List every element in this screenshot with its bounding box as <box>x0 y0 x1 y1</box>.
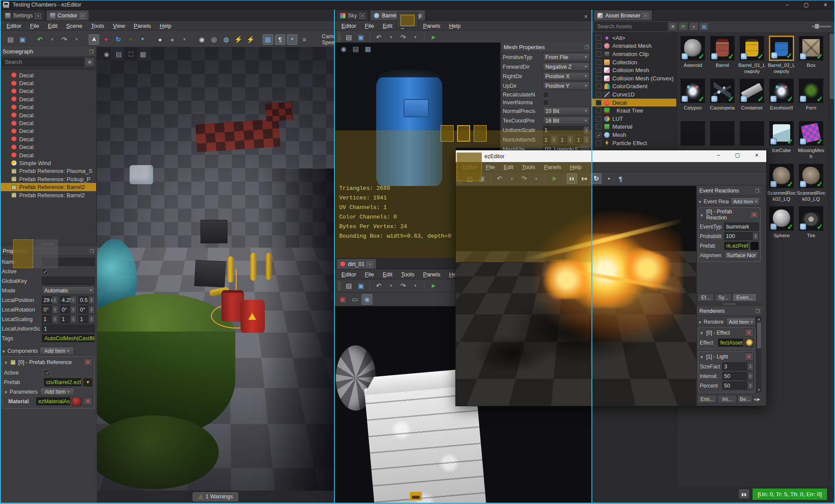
remove-light-button[interactable] <box>744 352 754 361</box>
pause-icon[interactable] <box>209 34 219 45</box>
menu-item[interactable]: Editor <box>337 22 360 30</box>
asset-tile[interactable]: Asteroid <box>678 35 708 77</box>
gizmo-dropdown-icon[interactable] <box>179 34 190 45</box>
undo-icon[interactable] <box>35 34 45 45</box>
asset-tile[interactable]: Barrel_02_Lowpoly <box>767 35 796 77</box>
visualizers-toggle-icon[interactable] <box>275 34 285 45</box>
scrollbar-thumb[interactable] <box>757 322 761 348</box>
asset-type-row[interactable]: Kraut Tree <box>592 106 676 115</box>
film-icon[interactable] <box>351 44 361 54</box>
scenegraph-node[interactable]: Decal <box>0 95 96 103</box>
rotate-tool-icon[interactable] <box>113 34 124 45</box>
menu-item[interactable]: Scene <box>62 22 86 30</box>
forwarddir-dropdown[interactable]: Negative Z <box>543 63 590 71</box>
scenegraph-node[interactable]: Prefab Reference: Pickup_P <box>0 175 96 183</box>
menu-item[interactable]: Edit <box>379 22 396 30</box>
tab-close-icon[interactable] <box>367 261 372 267</box>
restart-playback-icon[interactable] <box>579 173 589 184</box>
scenegraph-node[interactable]: Decal <box>0 119 96 127</box>
world-space-icon[interactable] <box>155 34 165 45</box>
pivot-icon[interactable] <box>167 34 177 45</box>
prefab-asset-input[interactable]: cts/Barrel2.ezPrefab <box>44 378 81 386</box>
menu-item[interactable]: Edit <box>500 163 517 171</box>
camera-icon[interactable] <box>338 44 349 54</box>
toolbar-grip[interactable] <box>337 281 341 290</box>
rightdir-dropdown[interactable]: Positive X <box>543 72 590 80</box>
event-reactions-header[interactable]: Event Reactions <box>697 186 762 196</box>
dock-splitter-highlight[interactable] <box>334 10 335 503</box>
add-renderer-button[interactable]: Add Item <box>726 318 755 326</box>
reaction-prefab-picker[interactable] <box>750 242 759 250</box>
globalkey-input[interactable] <box>42 277 95 285</box>
menu-item[interactable]: Edit <box>44 22 61 30</box>
mode-dropdown[interactable]: Automatic <box>42 286 95 295</box>
document-tab[interactable]: Settings <box>1 10 45 20</box>
position-x-stepper[interactable]: 29 m▲▼ <box>42 296 58 304</box>
redo-dropdown-icon[interactable] <box>410 32 421 43</box>
recalculatenormals-checkbox[interactable] <box>543 92 549 98</box>
texcoordprecision-dropdown[interactable]: 16 Bit <box>543 116 590 125</box>
app-titlebar[interactable]: Testing Chambers - ezEditor <box>0 0 835 10</box>
asset-type-row[interactable]: Particle Effect <box>592 139 676 147</box>
rotation-z-stepper[interactable]: 0°▲▼ <box>78 305 95 314</box>
tab-effect[interactable]: Ef... <box>698 293 714 302</box>
asset-tile[interactable]: Sphere <box>767 205 796 248</box>
menu-item[interactable]: Panels <box>419 22 444 30</box>
menu-item[interactable]: File <box>26 22 43 30</box>
fullscreen-icon[interactable] <box>126 49 136 60</box>
type-filter-checkbox[interactable] <box>596 60 601 65</box>
type-filter-checkbox[interactable] <box>596 67 601 73</box>
asset-type-row[interactable]: Animation Clip <box>592 50 676 58</box>
type-filter-checkbox[interactable] <box>596 108 601 113</box>
camera-icon[interactable] <box>101 49 112 60</box>
viewport-grid-icon[interactable] <box>363 44 373 54</box>
asset-tile[interactable]: Container <box>737 77 767 120</box>
scaling-x-stepper[interactable]: 1▲▼ <box>42 315 58 323</box>
reaction-prefab-input[interactable]: rk.ezPrefab <box>724 242 748 250</box>
menu-item[interactable]: Editor <box>3 22 25 30</box>
undo-dropdown-icon[interactable] <box>386 281 396 291</box>
asset-type-row[interactable]: Material <box>592 123 676 131</box>
float-panel-icon[interactable] <box>755 308 760 314</box>
redo-icon[interactable] <box>59 34 70 45</box>
panel-splitter[interactable] <box>697 302 762 306</box>
asset-type-row[interactable]: Decal <box>592 99 676 107</box>
particle-preview-viewport[interactable] <box>456 186 696 406</box>
redo-icon[interactable] <box>398 32 408 43</box>
save-all-icon[interactable] <box>17 34 28 45</box>
minimize-button[interactable] <box>709 150 728 160</box>
type-filter-checkbox[interactable] <box>596 124 601 129</box>
percentage-stepper[interactable]: 50▲▼ <box>722 381 754 390</box>
tab-scroll-left-icon[interactable]: ◀ <box>753 397 756 401</box>
undo-dropdown-icon[interactable] <box>386 32 396 43</box>
float-panel-icon[interactable] <box>584 44 589 50</box>
grid-toggle-icon[interactable] <box>263 34 273 45</box>
shape-icons-toggle-icon[interactable] <box>287 34 297 45</box>
menu-item[interactable]: View <box>109 22 129 30</box>
add-event-reaction-button[interactable]: Add Item <box>731 197 760 206</box>
thumbnail-size-slider[interactable] <box>812 26 832 27</box>
asset-filter-icon[interactable]: ● <box>689 22 698 31</box>
document-tab-dirt01[interactable]: dirt_01 <box>336 259 377 269</box>
components-caret-icon[interactable] <box>2 348 6 354</box>
uniform-scaling-input[interactable]: 1 <box>42 325 95 333</box>
type-filter-checkbox[interactable] <box>596 116 601 122</box>
active-checkbox[interactable] <box>42 269 48 275</box>
scenegraph-node[interactable]: Decal <box>0 71 96 79</box>
menu-item[interactable]: Tools <box>518 163 539 171</box>
remove-effect-button[interactable] <box>744 328 754 337</box>
thumbnail-size-slider-handle[interactable] <box>815 24 819 29</box>
warnings-button[interactable]: 1 Warnings <box>193 492 239 501</box>
maximize-button[interactable] <box>728 150 747 160</box>
scenegraph-search-input[interactable] <box>2 58 84 66</box>
asset-tile[interactable]: Fern <box>796 77 826 120</box>
scenegraph-node[interactable]: Decal <box>0 151 96 159</box>
float-panel-icon[interactable] <box>89 48 94 55</box>
scenegraph-node[interactable]: Decal <box>0 103 96 111</box>
scenegraph-node[interactable]: Decal <box>0 135 96 143</box>
transform-all-icon[interactable]: ⟳ <box>678 22 688 31</box>
asset-search-input[interactable] <box>594 22 667 31</box>
scaling-y-stepper[interactable]: 1▲▼ <box>60 315 77 323</box>
add-component-button[interactable]: Add Item <box>40 347 74 355</box>
dock-close-icon[interactable] <box>584 13 588 20</box>
